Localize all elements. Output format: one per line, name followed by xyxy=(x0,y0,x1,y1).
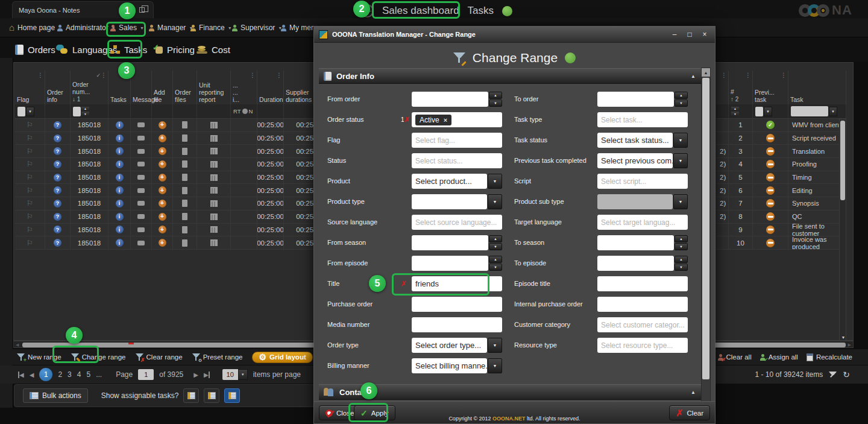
message-icon[interactable] xyxy=(137,214,145,219)
spin-up-icon[interactable]: ▲ xyxy=(489,92,502,99)
toolbar-item-cost[interactable]: Cost xyxy=(197,40,230,59)
field-script[interactable]: Select script... xyxy=(597,174,688,189)
order-files-icon[interactable] xyxy=(182,200,187,207)
filter-input[interactable] xyxy=(73,107,81,116)
order-info-icon[interactable]: ? xyxy=(54,226,61,233)
number-input[interactable] xyxy=(597,256,674,271)
maximize-icon[interactable]: □ xyxy=(684,30,695,39)
spin-down-icon[interactable]: ▼ xyxy=(489,100,502,107)
tasks-info-icon[interactable]: i xyxy=(116,186,124,194)
first-page-icon[interactable]: ◀ xyxy=(18,372,24,378)
new-range-button[interactable]: +New range xyxy=(17,353,61,361)
field-resource-type[interactable]: Select resource type... xyxy=(597,338,688,353)
flag-icon[interactable]: ⚐ xyxy=(27,147,33,156)
grid-vertical-scrollbar[interactable]: ▼ xyxy=(839,119,846,341)
order-info-icon[interactable]: ? xyxy=(54,200,61,207)
field-billing-manner[interactable]: Select billing manne...▼ xyxy=(412,358,502,373)
combo-input[interactable]: Select previous com... xyxy=(597,153,673,168)
tasks-info-icon[interactable]: i xyxy=(116,174,124,182)
toolbar-item-tasks[interactable]: Tasks xyxy=(110,40,147,59)
table-row[interactable]: 2)7Synopsis xyxy=(716,197,846,210)
field-previous-task-completed[interactable]: Select previous com...▼ xyxy=(597,153,688,168)
combo-input[interactable]: Select order type... xyxy=(412,338,487,353)
unit-report-icon[interactable] xyxy=(210,135,218,142)
scroll-right-icon[interactable]: ▶ xyxy=(848,343,851,347)
combo-dropdown-icon[interactable]: ▼ xyxy=(488,358,502,373)
table-row[interactable]: ⚐?185018i+00:25:0000:25:0 xyxy=(15,224,332,237)
clear-all-button[interactable]: ✗Clear all xyxy=(718,353,752,361)
flag-icon[interactable]: ⚐ xyxy=(27,239,33,247)
clear-filter-icon[interactable] xyxy=(829,371,837,379)
unit-report-icon[interactable] xyxy=(210,174,218,181)
unit-report-icon[interactable] xyxy=(210,187,218,194)
filter-input[interactable] xyxy=(17,107,25,116)
order-info-icon[interactable]: ? xyxy=(54,239,61,247)
prev-page-icon[interactable]: ◀ xyxy=(30,372,34,378)
order-info-icon[interactable]: ? xyxy=(54,147,61,155)
table-row[interactable]: 1✓WMV from client xyxy=(716,119,846,132)
spin-up-icon[interactable]: ▲ xyxy=(489,256,502,263)
field-from-order[interactable]: ▲▼ xyxy=(412,92,502,107)
number-input[interactable] xyxy=(597,92,674,107)
table-row[interactable]: 2)6Editing xyxy=(716,184,846,197)
column-menu-icon[interactable]: ⋮ xyxy=(781,72,787,79)
tasks-info-icon[interactable]: i xyxy=(116,213,124,221)
column-header--i-[interactable]: ⋮......i... xyxy=(231,71,257,104)
text-input[interactable] xyxy=(597,297,688,312)
table-row[interactable]: 10Invoice was produced xyxy=(716,236,846,250)
flag-icon[interactable]: ⚐ xyxy=(27,173,33,182)
order-files-icon[interactable] xyxy=(182,213,187,220)
field-flag[interactable]: Select flag... xyxy=(412,133,502,148)
spin-up-icon[interactable]: ▲ xyxy=(81,107,89,112)
unit-report-icon[interactable] xyxy=(210,148,218,154)
spin-down-icon[interactable]: ▼ xyxy=(81,112,89,116)
order-info-icon[interactable]: ? xyxy=(54,160,61,168)
last-page-icon[interactable]: ▶ xyxy=(204,372,210,378)
text-input[interactable]: Select task... xyxy=(597,112,688,127)
combo-dropdown-icon[interactable]: ▼ xyxy=(488,174,502,189)
table-row[interactable]: 2Script received xyxy=(716,132,846,145)
text-input[interactable]: Select customer categor... xyxy=(597,317,688,332)
field-task-type[interactable]: Select task... xyxy=(597,112,688,127)
field-from-episode[interactable]: ▲▼ xyxy=(412,256,502,271)
column-header-flag[interactable]: ⋮Flag xyxy=(15,71,45,104)
rt-toggle[interactable]: RTN xyxy=(233,108,253,115)
flag-icon[interactable]: ⚐ xyxy=(27,186,33,195)
field-episode-title[interactable] xyxy=(597,276,688,291)
spin-up-icon[interactable]: ▲ xyxy=(675,235,688,242)
field-product-sub-type[interactable]: ▼ xyxy=(597,194,688,209)
field-product[interactable]: Select product...▼ xyxy=(412,174,502,189)
tasks-info-icon[interactable]: i xyxy=(116,239,124,247)
table-row[interactable]: ⚐?185018i+00:25:0000:25:0 xyxy=(15,158,332,171)
spin-down-icon[interactable]: ▼ xyxy=(489,243,502,250)
view-toggle-all[interactable] xyxy=(224,388,240,403)
unit-report-icon[interactable] xyxy=(210,226,218,233)
preset-range-button[interactable]: oPreset range xyxy=(192,353,243,361)
recalculate-button[interactable]: Recalculate xyxy=(807,353,852,361)
bulk-actions-button[interactable]: Bulk actions xyxy=(23,388,88,403)
column-header-task[interactable]: Task xyxy=(788,71,846,104)
column-header-previ-task[interactable]: ⋮Previ...task xyxy=(753,71,788,104)
column-header-message[interactable]: Message xyxy=(131,71,152,104)
field-source-language[interactable]: Select source language... xyxy=(412,215,502,230)
flag-icon[interactable]: ⚐ xyxy=(27,212,33,221)
column-header-unit-reporting-report[interactable]: Unitreportingreport xyxy=(197,71,231,104)
unit-report-icon[interactable] xyxy=(210,161,218,168)
tag-active[interactable]: Active× xyxy=(415,115,451,125)
text-input[interactable]: Select target languag... xyxy=(597,215,688,230)
filter-input[interactable] xyxy=(755,107,763,116)
scroll-down-icon[interactable]: ▼ xyxy=(840,335,847,340)
order-info-icon[interactable]: ? xyxy=(54,134,61,142)
scroll-up-icon[interactable]: ▲ xyxy=(702,68,710,77)
order-files-icon[interactable] xyxy=(182,148,187,155)
field-to-order[interactable]: ▲▼ xyxy=(597,92,688,107)
table-row[interactable]: ⚐?185018i+00:25:0000:25:0 xyxy=(15,119,332,132)
toolbar-item-orders[interactable]: Orders xyxy=(15,40,55,59)
field-order-status[interactable]: Active× xyxy=(412,112,502,127)
column-menu-icon[interactable]: ⋮ xyxy=(745,72,751,79)
order-files-icon[interactable] xyxy=(182,134,187,142)
spin-down-icon[interactable]: ▼ xyxy=(675,243,688,250)
column-menu-icon[interactable]: ⋮ xyxy=(721,72,727,79)
number-input[interactable] xyxy=(412,235,488,250)
grid-layout-button[interactable]: ⚙Grid layout xyxy=(252,352,312,363)
